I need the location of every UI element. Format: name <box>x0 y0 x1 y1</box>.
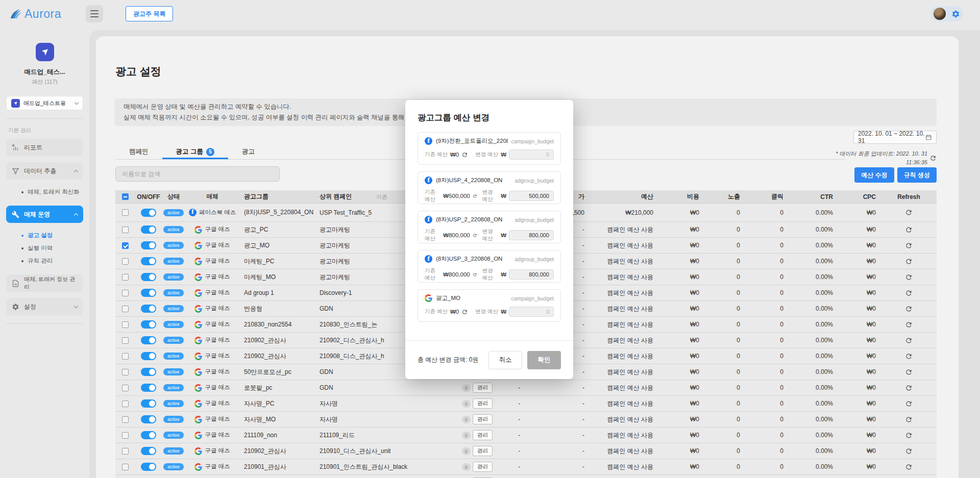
change-budget-input[interactable] <box>509 307 554 317</box>
table-row: active 구글 애즈 211109_non 211109_트래픽 0 관리 … <box>115 475 937 478</box>
onoff-toggle[interactable] <box>141 399 156 408</box>
row-checkbox[interactable] <box>122 290 129 296</box>
row-checkbox[interactable] <box>122 258 129 265</box>
row-checkbox[interactable] <box>122 274 129 281</box>
onoff-toggle[interactable] <box>141 384 156 392</box>
refresh-icon[interactable] <box>461 152 468 158</box>
manage-button[interactable]: 관리 <box>473 446 493 456</box>
rule-create-button[interactable]: 규칙 생성 <box>897 167 937 183</box>
sidebar-item-rule-management[interactable]: 규칙 관리 <box>0 255 89 267</box>
refresh-icon[interactable] <box>905 384 913 392</box>
sidebar-item-settings[interactable]: 설정 <box>6 298 83 315</box>
onoff-toggle[interactable] <box>141 241 156 249</box>
sidebar-item-execution-history[interactable]: 실행 이력 <box>0 242 89 255</box>
refresh-icon[interactable] <box>905 321 913 329</box>
account-select-dropdown[interactable]: 매드업_테스트용 <box>6 96 83 110</box>
refresh-icon[interactable] <box>905 305 913 313</box>
advertiser-list-button[interactable]: 광고주 목록 <box>126 6 173 21</box>
change-budget-input[interactable] <box>509 191 554 201</box>
refresh-icon[interactable] <box>905 337 913 344</box>
header-cpc: CPC <box>838 193 881 200</box>
refresh-icon[interactable] <box>905 368 913 376</box>
onoff-toggle[interactable] <box>141 415 156 423</box>
budget-edit-button[interactable]: 예산 수정 <box>854 167 894 183</box>
row-checkbox[interactable] <box>122 448 129 455</box>
row-checkbox[interactable] <box>122 432 129 439</box>
change-budget-input[interactable] <box>509 269 554 280</box>
tab-ad[interactable]: 광고 <box>228 146 268 159</box>
user-avatar[interactable] <box>934 8 946 20</box>
onoff-toggle[interactable] <box>141 320 156 329</box>
onoff-toggle[interactable] <box>141 463 156 471</box>
sidebar-item-media-tracker-refresh[interactable]: 매체, 트래커 최신화 <box>0 186 89 198</box>
refresh-icon[interactable] <box>473 271 477 278</box>
refresh-icon[interactable] <box>905 209 913 216</box>
tab-adgroup[interactable]: 광고 그룹 5 <box>162 146 228 159</box>
onoff-toggle[interactable] <box>141 431 156 439</box>
cell-impressions: 0 <box>704 463 745 470</box>
cell-ctr: 0.00% <box>789 400 838 407</box>
row-checkbox[interactable] <box>122 242 129 249</box>
refresh-icon[interactable] <box>473 193 477 199</box>
manage-button[interactable]: 관리 <box>473 383 493 393</box>
refresh-icon[interactable] <box>905 463 913 471</box>
select-all-checkbox[interactable] <box>122 193 129 200</box>
refresh-icon[interactable] <box>905 226 913 234</box>
refresh-icon[interactable] <box>905 416 913 423</box>
onoff-toggle[interactable] <box>141 289 156 297</box>
onoff-toggle[interactable] <box>141 225 156 234</box>
refresh-icon[interactable] <box>905 432 913 439</box>
manage-button[interactable]: 관리 <box>473 430 493 440</box>
sidebar-item-report[interactable]: 리포트 <box>6 139 83 156</box>
refresh-icon[interactable] <box>905 242 913 249</box>
row-checkbox[interactable] <box>122 353 129 360</box>
row-checkbox[interactable] <box>122 400 129 407</box>
adgroup-name: 광고_MO <box>240 241 315 250</box>
settings-gear-icon[interactable] <box>951 10 960 18</box>
refresh-icon[interactable] <box>473 232 477 239</box>
tab-campaign[interactable]: 캠페인 <box>115 146 162 159</box>
sidebar-item-media-operation[interactable]: 매체 운영 <box>6 206 83 223</box>
change-budget-input[interactable] <box>509 149 554 160</box>
refresh-icon[interactable] <box>905 258 913 265</box>
manage-button[interactable]: 관리 <box>473 398 493 409</box>
date-range-picker[interactable]: 2022. 10. 01 ~ 2022. 10. 31 <box>853 131 937 144</box>
refresh-icon[interactable] <box>905 353 913 360</box>
onoff-toggle[interactable] <box>141 257 156 265</box>
manage-button[interactable]: 관리 <box>473 462 493 472</box>
manage-button[interactable]: 관리 <box>473 414 493 424</box>
onoff-toggle[interactable] <box>141 336 156 344</box>
refresh-icon[interactable] <box>461 309 468 315</box>
row-checkbox[interactable] <box>122 209 129 216</box>
cancel-button[interactable]: 취소 <box>488 351 522 369</box>
row-checkbox[interactable] <box>122 227 129 233</box>
refresh-icon[interactable] <box>905 289 913 297</box>
row-checkbox[interactable] <box>122 464 129 470</box>
row-checkbox[interactable] <box>122 306 129 312</box>
row-checkbox[interactable] <box>122 321 129 328</box>
row-checkbox[interactable] <box>122 369 129 375</box>
budget-type-label: adgroup_budget <box>515 217 554 223</box>
onoff-toggle[interactable] <box>141 447 156 455</box>
sidebar-item-ad-settings[interactable]: 광고 설정 <box>0 229 89 242</box>
refresh-icon[interactable] <box>905 447 913 455</box>
row-checkbox[interactable] <box>122 416 129 423</box>
sidebar-item-data-extract[interactable]: 데이터 추출 <box>6 162 83 180</box>
refresh-icon[interactable] <box>929 155 937 162</box>
refresh-icon[interactable] <box>905 400 913 408</box>
sidebar-item-media-tracker-info[interactable]: 매체, 트래커 정보 관리 <box>6 274 83 292</box>
change-budget-input[interactable] <box>509 230 554 240</box>
refresh-icon[interactable] <box>905 273 913 281</box>
media-name: 구글 애즈 <box>205 337 230 343</box>
onoff-toggle[interactable] <box>141 368 156 376</box>
onoff-toggle[interactable] <box>141 209 156 217</box>
search-input[interactable] <box>115 166 280 182</box>
hamburger-menu-button[interactable] <box>86 5 103 22</box>
row-checkbox[interactable] <box>122 337 129 344</box>
confirm-button[interactable]: 확인 <box>527 351 561 369</box>
row-checkbox[interactable] <box>122 385 129 391</box>
onoff-toggle[interactable] <box>141 352 156 360</box>
adgroup-name: 210901_관심사 <box>240 463 315 471</box>
onoff-toggle[interactable] <box>141 273 156 281</box>
onoff-toggle[interactable] <box>141 305 156 313</box>
